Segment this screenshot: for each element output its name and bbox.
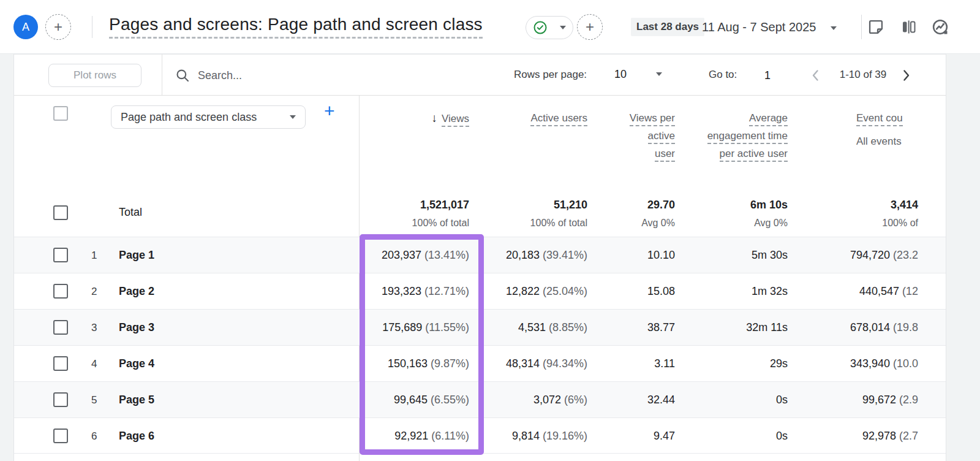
- table-row: 3 Page 3 175,689(11.55%) 4,531(8.85%) 38…: [14, 309, 946, 345]
- go-to-page-input[interactable]: [752, 63, 783, 88]
- event-count-cell: 440,547(12: [859, 273, 918, 310]
- add-report-button[interactable]: +: [45, 14, 71, 40]
- views-cell: 92,921(6.11%): [394, 418, 469, 454]
- views-cell: 175,689(11.55%): [382, 310, 469, 346]
- event-count-cell: 92,978(2.7: [862, 418, 918, 454]
- dimension-selector[interactable]: Page path and screen class: [111, 105, 306, 129]
- views-per-user-cell: 3.11: [654, 346, 675, 382]
- page-name: Page 2: [119, 273, 154, 310]
- rows-per-page-label: Rows per page:: [514, 69, 587, 81]
- column-header-views-per-active-user[interactable]: Views per active user: [627, 109, 675, 162]
- total-event-count: 3,414100% of: [882, 199, 918, 229]
- divider: [861, 15, 862, 39]
- insights-icon: [931, 18, 949, 36]
- date-range-value: 11 Aug - 7 Sept 2025: [702, 20, 816, 34]
- app-bar: A + Pages and screens: Page path and scr…: [0, 0, 980, 54]
- row-index: 4: [91, 346, 97, 382]
- engagement-cell: 1m 32s: [752, 273, 788, 310]
- row-checkbox[interactable]: [53, 392, 68, 407]
- plus-icon: +: [54, 18, 62, 36]
- column-header-active-users[interactable]: Active users: [530, 109, 587, 127]
- engagement-cell: 0s: [776, 418, 788, 454]
- table-toolbar: Plot rows Rows per page: 10 Go to: 1-10 …: [14, 55, 946, 96]
- dimension-selector-value: Page path and screen class: [121, 111, 257, 124]
- column-header-event-count[interactable]: Event cou All events: [856, 109, 942, 150]
- views-per-user-cell: 38.77: [647, 310, 675, 346]
- views-per-user-cell: 9.47: [654, 418, 675, 454]
- date-preset-badge: Last 28 days: [631, 18, 704, 36]
- row-index: 3: [91, 310, 97, 346]
- views-cell: 193,323(12.71%): [382, 273, 469, 310]
- plus-icon: +: [586, 18, 594, 36]
- event-count-cell: 678,014(19.8: [850, 310, 918, 346]
- table-row: 4 Page 4 150,163(9.87%) 48,314(94.34%) 3…: [14, 345, 946, 381]
- sort-descending-icon: ↓: [431, 112, 437, 124]
- row-index: 5: [91, 382, 97, 418]
- views-per-user-cell: 10.10: [647, 237, 675, 273]
- chevron-down-icon: [290, 115, 296, 119]
- views-cell: 150,163(9.87%): [388, 346, 469, 382]
- date-range-picker[interactable]: 11 Aug - 7 Sept 2025: [702, 18, 837, 36]
- table-row: 1 Page 1 203,937(13.41%) 20,183(39.41%) …: [14, 237, 946, 273]
- totals-checkbox[interactable]: [53, 205, 68, 220]
- row-index: 2: [91, 273, 97, 310]
- next-page-button[interactable]: [897, 67, 914, 84]
- report-table-card: Plot rows Rows per page: 10 Go to: 1-10 …: [13, 54, 946, 461]
- active-users-cell: 4,531(8.85%): [518, 310, 587, 346]
- engagement-cell: 29s: [770, 346, 788, 382]
- previous-page-button[interactable]: [807, 67, 824, 84]
- row-checkbox[interactable]: [53, 320, 68, 335]
- report-status-button[interactable]: [526, 16, 573, 39]
- table-row: 5 Page 5 99,645(6.55%) 3,072(6%) 32.44 0…: [14, 381, 946, 417]
- chevron-right-icon: [899, 68, 913, 83]
- avatar[interactable]: A: [13, 15, 38, 39]
- go-to-label: Go to:: [709, 69, 737, 81]
- chevron-down-icon[interactable]: [656, 72, 662, 76]
- active-users-cell: 48,314(94.34%): [506, 346, 587, 382]
- total-engagement: 6m 10sAvg 0%: [750, 199, 788, 229]
- divider: [162, 55, 162, 96]
- row-checkbox[interactable]: [53, 356, 68, 371]
- views-cell: 203,937(13.41%): [382, 237, 469, 273]
- insights-button[interactable]: [930, 17, 950, 37]
- check-circle-icon: [533, 20, 548, 35]
- totals-row: Total 1,521,017100% of total 51,210100% …: [14, 191, 946, 237]
- row-checkbox[interactable]: [53, 429, 68, 443]
- notes-button[interactable]: [866, 17, 886, 37]
- engagement-cell: 5m 30s: [752, 237, 788, 273]
- column-header-views[interactable]: ↓Views: [431, 109, 469, 128]
- row-index: 1: [91, 237, 97, 273]
- row-checkbox[interactable]: [53, 284, 68, 299]
- event-count-filter: All events: [856, 132, 942, 150]
- table-body: 1 Page 1 203,937(13.41%) 20,183(39.41%) …: [14, 237, 946, 454]
- row-checkbox[interactable]: [53, 248, 68, 262]
- table-row: 2 Page 2 193,323(12.71%) 12,822(25.04%) …: [14, 273, 946, 309]
- rows-per-page-value[interactable]: 10: [614, 68, 627, 81]
- totals-label: Total: [119, 206, 142, 219]
- active-users-cell: 20,183(39.41%): [506, 237, 587, 273]
- pagination-range: 1-10 of 39: [829, 69, 897, 81]
- views-per-user-cell: 15.08: [647, 273, 675, 310]
- page-name: Page 1: [119, 237, 154, 273]
- active-users-cell: 3,072(6%): [533, 382, 587, 418]
- views-cell: 99,645(6.55%): [394, 382, 469, 418]
- page-name: Page 6: [119, 418, 154, 454]
- divider: [92, 16, 92, 38]
- select-all-checkbox[interactable]: [53, 106, 68, 121]
- column-header-average-engagement[interactable]: Average engagement time per active user: [704, 109, 788, 162]
- compare-button[interactable]: [899, 17, 918, 37]
- row-index: 6: [91, 418, 97, 454]
- chevron-left-icon: [809, 68, 823, 83]
- add-dimension-button[interactable]: +: [324, 101, 335, 121]
- search-input[interactable]: [198, 63, 431, 88]
- event-count-cell: 99,672(2.9: [862, 382, 918, 418]
- page-title[interactable]: Pages and screens: Page path and screen …: [109, 15, 483, 34]
- active-users-cell: 9,814(19.16%): [512, 418, 587, 454]
- plot-rows-button[interactable]: Plot rows: [48, 64, 141, 87]
- event-count-cell: 343,940(10.0: [850, 346, 918, 382]
- compare-icon: [900, 18, 917, 36]
- chevron-down-icon: [831, 26, 837, 30]
- page-name: Page 5: [119, 382, 154, 418]
- add-comparison-button[interactable]: +: [577, 14, 603, 40]
- chevron-down-icon: [560, 26, 566, 29]
